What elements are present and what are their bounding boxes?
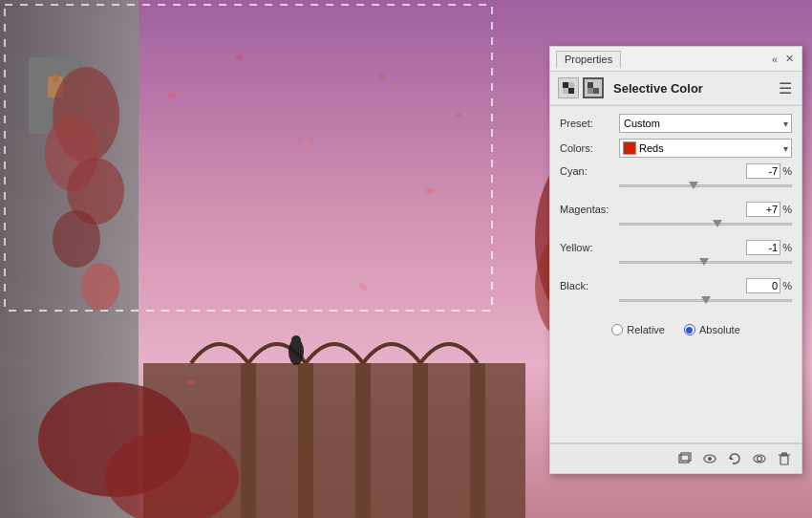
svg-rect-32	[563, 82, 568, 88]
preset-select-wrapper: Custom	[619, 114, 792, 133]
svg-point-22	[425, 187, 436, 195]
magentas-track-wrapper[interactable]	[619, 219, 792, 230]
cyan-slider-row: Cyan: -7 %	[560, 163, 792, 192]
svg-rect-4	[53, 75, 58, 82]
yellow-track-wrapper[interactable]	[619, 257, 792, 269]
black-pct: %	[782, 280, 792, 291]
colors-select-wrapper: Reds	[619, 139, 792, 158]
cyan-value[interactable]: -7	[746, 163, 780, 179]
reset-icon	[727, 451, 742, 466]
cyan-label: Cyan:	[560, 165, 619, 177]
radio-row: Relative Absolute	[560, 316, 792, 339]
magentas-pct: %	[782, 204, 792, 215]
eye-button[interactable]	[750, 449, 769, 468]
delete-button[interactable]	[775, 449, 794, 468]
relative-radio-item[interactable]: Relative	[611, 324, 665, 335]
form-section: Preset: Custom Colors: Reds	[550, 106, 801, 347]
absolute-radio-item[interactable]: Absolute	[684, 324, 740, 335]
yellow-slider-row: Yellow: -1 %	[560, 240, 792, 269]
properties-tab-label: Properties	[565, 54, 612, 65]
svg-point-43	[708, 457, 712, 461]
svg-rect-36	[588, 82, 593, 88]
colors-label: Colors:	[560, 142, 619, 154]
magentas-label: Magentas:	[560, 204, 619, 215]
colors-select[interactable]: Reds	[619, 139, 792, 158]
svg-rect-11	[241, 363, 256, 518]
properties-tab[interactable]: Properties	[556, 51, 621, 68]
channel-icon	[562, 81, 575, 95]
relative-radio[interactable]	[611, 324, 623, 335]
cyan-header: Cyan: -7 %	[560, 163, 792, 179]
black-track-wrapper[interactable]	[619, 295, 792, 307]
colors-row: Colors: Reds	[560, 139, 792, 158]
svg-rect-10	[143, 363, 525, 518]
svg-point-6	[45, 115, 98, 191]
content-spacer	[550, 347, 801, 442]
svg-rect-34	[563, 88, 568, 94]
panel-menu-button[interactable]: ☰	[777, 79, 794, 97]
svg-rect-51	[782, 453, 786, 455]
black-value[interactable]: 0	[746, 278, 780, 293]
svg-point-8	[53, 210, 100, 268]
reset-button[interactable]	[725, 449, 744, 468]
absolute-label: Absolute	[699, 324, 740, 335]
channel-icon-box[interactable]	[558, 77, 579, 98]
visibility-button[interactable]	[700, 449, 719, 468]
svg-point-25	[186, 379, 195, 386]
svg-rect-13	[355, 363, 371, 518]
svg-point-29	[38, 382, 191, 497]
close-button[interactable]: ✕	[783, 53, 796, 65]
magentas-track	[619, 223, 792, 226]
cyan-track-wrapper[interactable]	[619, 181, 792, 192]
svg-rect-2	[29, 57, 81, 134]
preset-select[interactable]: Custom	[619, 114, 792, 133]
properties-panel: Properties « ✕	[549, 46, 802, 474]
svg-point-9	[81, 263, 119, 311]
svg-point-23	[456, 113, 461, 117]
preset-label: Preset:	[560, 118, 619, 129]
svg-point-18	[166, 91, 177, 99]
cyan-thumb[interactable]	[689, 182, 698, 189]
panel-header: Properties « ✕	[550, 47, 801, 72]
svg-point-45	[758, 457, 762, 462]
black-header: Black: 0 %	[560, 278, 792, 293]
selective-color-icon	[587, 81, 600, 95]
svg-rect-38	[588, 88, 593, 94]
magentas-value[interactable]: +7	[746, 202, 780, 217]
svg-rect-35	[568, 88, 574, 94]
yellow-pct: %	[782, 242, 792, 253]
absolute-radio[interactable]	[684, 324, 695, 335]
collapse-button[interactable]: «	[770, 53, 780, 65]
magentas-slider-row: Magentas: +7 %	[560, 202, 792, 230]
clip-button[interactable]	[675, 449, 694, 468]
svg-point-7	[67, 158, 124, 225]
yellow-thumb[interactable]	[699, 258, 709, 266]
black-label: Black:	[560, 280, 619, 291]
svg-point-24	[357, 281, 369, 291]
black-slider-row: Black: 0 %	[560, 278, 792, 307]
magentas-header: Magentas: +7 %	[560, 202, 792, 217]
svg-rect-14	[413, 363, 428, 518]
panel-controls: « ✕	[770, 53, 796, 65]
icon-bar: Selective Color ☰	[550, 72, 801, 105]
svg-rect-3	[48, 76, 63, 97]
svg-rect-39	[593, 88, 599, 94]
eye-icon	[752, 451, 767, 466]
panel-title-area: Properties	[556, 51, 621, 68]
yellow-value[interactable]: -1	[746, 240, 780, 255]
selective-color-icon-box[interactable]	[583, 77, 604, 98]
clip-icon	[677, 451, 693, 466]
relative-label: Relative	[627, 324, 665, 335]
svg-point-19	[234, 54, 243, 61]
svg-point-30	[105, 430, 239, 518]
black-thumb[interactable]	[701, 296, 711, 304]
svg-rect-37	[593, 82, 599, 88]
svg-rect-31	[5, 5, 492, 311]
sliders-container: Cyan: -7 %	[560, 163, 792, 307]
magentas-thumb[interactable]	[713, 220, 722, 227]
cyan-pct: %	[782, 165, 792, 177]
yellow-label: Yellow:	[560, 242, 619, 253]
svg-rect-33	[568, 82, 574, 88]
preset-row: Preset: Custom	[560, 114, 792, 133]
section-title: Selective Color	[613, 81, 703, 96]
